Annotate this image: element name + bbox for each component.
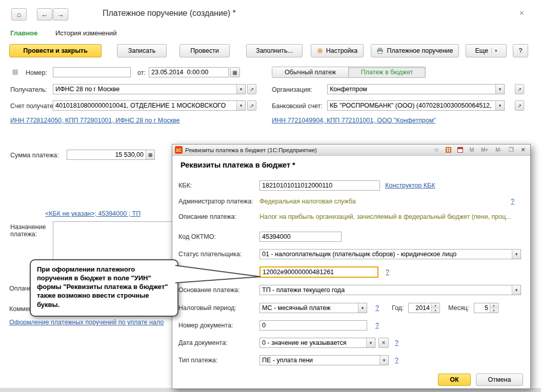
payment-type-help-link[interactable]: ? (395, 357, 398, 364)
recipient-input[interactable] (53, 85, 236, 94)
callout-arrow (174, 261, 263, 285)
fill-button[interactable]: Заполнить... (246, 44, 303, 57)
payment-kind-budget-button[interactable]: Платеж в бюджет (349, 67, 426, 78)
payment-basis-dropdown-button[interactable]: ▾ (512, 285, 520, 295)
date-calendar-button[interactable]: ▦ (230, 67, 240, 77)
organization-inn-link[interactable]: ИНН 7721049904, КПП 772101001, ООО "Конф… (272, 117, 436, 124)
organization-label: Организация: (272, 86, 312, 93)
payment-kind-normal-button[interactable]: Обычный платеж (272, 67, 349, 78)
payment-admin-label: Администратор платежа: (178, 198, 253, 205)
kbk-summary-link[interactable]: <КБК не указан>; 45394000 ; ТП (45, 210, 141, 217)
payment-orders-help-link[interactable]: Оформление платежных поручений по уплате… (9, 319, 164, 326)
open-icon: ↗ (517, 87, 522, 92)
payer-status-label: Статус плательщика: (178, 251, 242, 258)
more-button[interactable]: Еще ▾ (466, 44, 507, 57)
post-and-close-button[interactable]: Провести и закрыть (9, 44, 102, 57)
cancel-button[interactable]: Отмена (476, 374, 523, 386)
oktmo-label: Код ОКТМО: (178, 233, 216, 240)
year-up-button[interactable]: ▴ (432, 303, 439, 308)
payer-status-dropdown-button[interactable]: ▾ (512, 250, 520, 259)
chevron-down-icon: ▾ (383, 358, 386, 363)
doc-date-help-link[interactable]: ? (395, 339, 398, 346)
amount-field: ▦ (67, 150, 155, 160)
scale-decrease-button[interactable]: М- (493, 146, 504, 154)
bank-account-input[interactable] (328, 101, 495, 110)
year-input[interactable] (409, 303, 431, 313)
doc-number-help-link[interactable]: ? (375, 322, 379, 329)
number-input[interactable] (53, 67, 131, 77)
write-button[interactable]: Записать (117, 44, 167, 57)
organization-open-button[interactable]: ↗ (515, 84, 524, 94)
purpose-label: Назначение платежа: (10, 223, 51, 238)
maximize-button[interactable]: ❒ (507, 146, 516, 154)
payer-status-input[interactable] (260, 250, 512, 259)
close-icon: ✕ (520, 147, 525, 153)
kbk-label: КБК: (178, 182, 192, 189)
dialog-close-button[interactable]: ✕ (518, 146, 528, 154)
bank-account-dropdown-button[interactable]: ▾ (495, 101, 504, 110)
payment-admin-help-link[interactable]: ? (511, 198, 514, 205)
payment-admin-value: Федеральная налоговая служба (259, 198, 356, 205)
month-input[interactable] (474, 303, 490, 313)
scale-normal-button[interactable]: М (467, 146, 476, 154)
doc-number-input[interactable] (259, 320, 367, 331)
settings-button[interactable]: Настройка (311, 44, 364, 57)
doc-date-dropdown-button[interactable]: ▾ (366, 338, 375, 347)
grid-button[interactable] (444, 146, 453, 154)
recipient-account-dropdown-button[interactable]: ▾ (236, 101, 245, 110)
kbk-constructor-link[interactable]: Конструктор КБК (385, 182, 435, 189)
bank-account-field: ▾ (327, 100, 505, 111)
maximize-icon: ❒ (509, 147, 514, 153)
month-up-button[interactable]: ▴ (490, 303, 497, 308)
home-button[interactable]: ⌂ (11, 8, 27, 20)
chevron-down-icon: ▾ (499, 87, 502, 92)
recipient-label: Получатель: (10, 86, 47, 93)
tab-history[interactable]: История изменений (55, 29, 117, 37)
uin-help-link[interactable]: ? (386, 269, 389, 276)
recipient-open-button[interactable]: ↗ (247, 84, 256, 94)
ok-button[interactable]: ОК (438, 374, 471, 386)
doc-number-label: Номер документа: (178, 322, 233, 329)
up-icon: ▴ (434, 303, 436, 307)
chevron-down-icon: ▾ (499, 103, 502, 108)
month-down-button[interactable]: ▾ (490, 308, 497, 313)
forward-button[interactable]: → (53, 8, 68, 20)
calculator-button[interactable]: ▦ (146, 150, 154, 159)
organization-input[interactable] (328, 85, 495, 94)
payment-order-print-button[interactable]: Платежное поручение (371, 44, 459, 57)
uin-input[interactable] (259, 266, 378, 278)
tax-period-input[interactable] (260, 303, 358, 313)
calendar-titlebar-button[interactable] (455, 146, 465, 154)
post-button[interactable]: Провести (179, 44, 230, 57)
help-button[interactable]: ? (513, 44, 528, 57)
printer-icon (376, 48, 384, 54)
tax-period-help-link[interactable]: ? (375, 304, 379, 312)
oktmo-input[interactable] (259, 232, 342, 242)
payment-description-value: Налог на прибыль организаций, зачисляемы… (259, 213, 524, 220)
organization-dropdown-button[interactable]: ▾ (495, 85, 504, 94)
tax-period-dropdown-button[interactable]: ▾ (358, 303, 367, 313)
amount-input[interactable] (67, 150, 146, 159)
doc-date-input[interactable] (260, 338, 366, 347)
recipient-account-input[interactable] (53, 101, 236, 110)
date-input[interactable] (149, 67, 229, 77)
favorites-button[interactable]: ☆ (432, 146, 441, 154)
tab-main[interactable]: Главное (10, 29, 37, 37)
payment-type-dropdown-button[interactable]: ▾ (379, 356, 388, 365)
doc-date-clear-button[interactable]: × (378, 338, 389, 348)
1c-logo-icon: 1С (175, 146, 183, 154)
back-button[interactable]: ← (37, 8, 52, 20)
window-close-button[interactable]: ✕ (519, 9, 525, 17)
scale-increase-button[interactable]: М+ (479, 146, 490, 154)
chevron-down-icon: ▾ (515, 252, 518, 257)
payment-basis-input[interactable] (260, 285, 512, 295)
forward-icon: → (57, 10, 64, 18)
recipient-inn-link[interactable]: ИНН 7728124050, КПП 772801001, ИФНС 28 п… (10, 117, 180, 124)
kbk-input[interactable] (259, 180, 380, 191)
recipient-account-open-button[interactable]: ↗ (247, 100, 256, 111)
payment-type-input[interactable] (260, 356, 379, 365)
bank-account-open-button[interactable]: ↗ (515, 100, 524, 111)
year-down-button[interactable]: ▾ (432, 308, 439, 313)
recipient-dropdown-button[interactable]: ▾ (236, 85, 245, 94)
dialog-titlebar[interactable]: 1С Реквизиты платежа в бюджет (1С:Предпр… (172, 145, 530, 156)
